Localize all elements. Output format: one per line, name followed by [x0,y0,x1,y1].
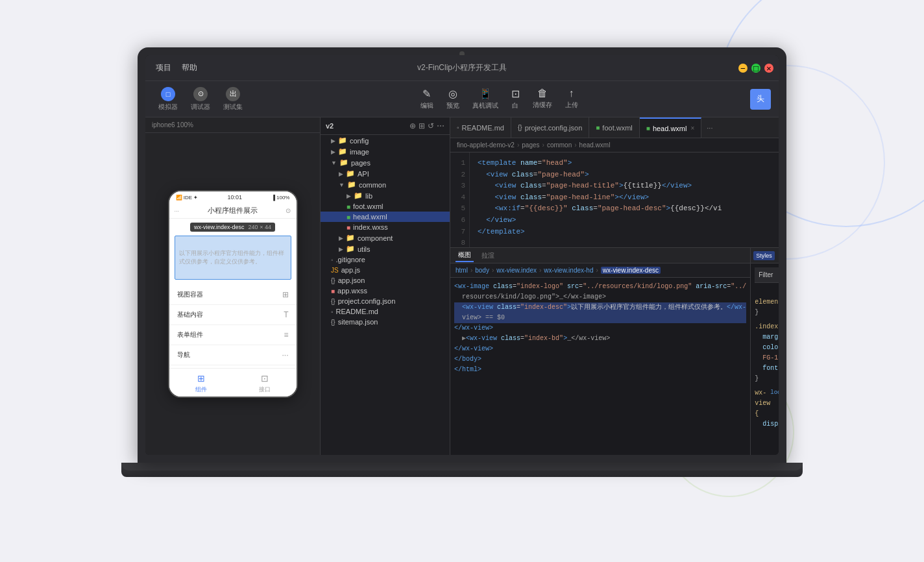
nav-item-label: 视图容器 [177,290,203,299]
tree-app-wxss[interactable]: ■ app.wxss [321,286,450,296]
css-prop-line: font-size: 14px; [762,363,779,374]
edit-action[interactable]: ✎ 编辑 [420,88,433,110]
debugger-button[interactable]: ⊙ 调试器 [186,84,215,114]
tree-item-name: component [358,234,393,242]
tree-item-name: image [350,148,369,156]
css-selector: element.style { [755,297,779,308]
css-filter-input[interactable] [755,267,779,283]
nav-item-nav[interactable]: 导航 ··· [169,345,297,365]
dom-tab-overview[interactable]: 概图 [456,249,474,262]
nav-item-form[interactable]: 表单组件 ≡ [169,325,297,345]
tab-head-wxml[interactable]: ■ head.wxml × [640,117,701,138]
styles-tab[interactable]: Styles [753,251,775,260]
dom-line: <wx-image class="index-logo" src="../res… [454,282,746,292]
tree-pages[interactable]: ▼ 📁 pages [321,157,450,168]
tree-image[interactable]: ▶ 📁 image [321,146,450,157]
debugger-label: 调试器 [191,103,210,112]
preview-action[interactable]: ◎ 预览 [446,88,459,110]
dom-bc-body[interactable]: body [475,267,489,274]
css-source-link[interactable]: localfile:/.index.css:2 [770,388,779,419]
testset-button[interactable]: 出 测试集 [218,84,248,114]
mode-buttons: □ 模拟器 ⊙ 调试器 出 测试集 [153,84,248,114]
maximize-button[interactable]: □ [751,64,760,73]
debugger-icon: ⊙ [193,87,208,101]
tree-app-json[interactable]: {} app.json [321,275,450,286]
nav-item-view-container[interactable]: 视图容器 ⊞ [169,285,297,305]
event-listeners-tab[interactable]: Event Listeners [777,251,779,260]
dom-bc-html[interactable]: html [456,267,468,274]
main-content: iphone6 100% 📶 IDE ✦ 10:01 ▐ 100% [145,117,779,455]
tree-head-wxml[interactable]: ■ head.wxml [321,212,450,222]
file-tree-panel: v2 ⊕ ⊞ ↺ ⋯ ▶ 📁 config [321,117,450,455]
edit-label: 编辑 [420,101,433,110]
tab-close-icon[interactable]: × [690,125,694,132]
toolbar: □ 模拟器 ⊙ 调试器 出 测试集 [145,81,779,117]
more-icon[interactable]: ⋯ [437,121,444,130]
tree-app-js[interactable]: JS app.js [321,265,450,275]
dom-line: </wx-view> [454,323,746,334]
nav-item-label: 基础内容 [177,310,203,319]
tree-api[interactable]: ▶ 📁 API [321,168,450,179]
menu-item-help[interactable]: 帮助 [182,62,197,73]
dom-line: </wx-view> [454,344,746,354]
chevron-right-icon: ▶ [331,138,335,144]
tree-utils[interactable]: ▶ 📁 utils [321,243,450,254]
chevron-down-icon: ▼ [331,160,337,166]
foot-tab-icon: ■ [596,124,600,131]
code-editor[interactable]: 1 2 3 4 5 6 7 8 <template name="head"> [450,153,779,247]
device-debug-action[interactable]: 📱 真机调试 [472,88,498,110]
tree-foot-wxml[interactable]: ■ foot.wxml [321,201,450,212]
minimize-button[interactable]: − [738,64,748,73]
tree-common[interactable]: ▼ 📁 common [321,179,450,190]
dom-bc-wxview-hd[interactable]: wx-view.index-hd [544,267,593,274]
new-folder-icon[interactable]: ⊞ [419,121,425,130]
tree-sitemap[interactable]: {} sitemap.json [321,317,450,327]
selected-element[interactable]: 以下用展示小程序官方组件能力，组件样式仅供参考，自定义仅供参考。 [175,236,291,279]
menu-item-project[interactable]: 项目 [156,62,171,73]
refresh-icon[interactable]: ↺ [428,121,434,130]
bottom-panel: 概图 拉渲 html › body › wx-view.index › [450,247,779,455]
upload-action[interactable]: ↑ 上传 [565,88,578,110]
dom-line: </html> [454,365,746,375]
css-closing2: } [755,374,779,384]
tree-readme[interactable]: ◦ README.md [321,306,450,317]
tree-lib[interactable]: ▶ 📁 lib [321,190,450,201]
tab-project-config[interactable]: {} project.config.json [511,117,589,138]
phone-title-dots[interactable]: ··· [175,208,180,214]
code-line-5: <wx:if="{{desc}}" class="page-head-desc"… [478,203,771,215]
phone-title-icon[interactable]: ⊙ [286,207,291,214]
breadcrumb-sep: › [574,141,576,149]
user-avatar[interactable]: 头 [750,89,771,110]
tree-item-name: utils [358,245,371,253]
tree-component[interactable]: ▶ 📁 component [321,232,450,243]
tree-project-config[interactable]: {} project.config.json [321,296,450,306]
phone-app-title: 小程序组件展示 [208,206,258,215]
tab-foot-wxml[interactable]: ■ foot.wxml [589,117,640,138]
tree-gitignore[interactable]: ◦ .gitignore [321,254,450,265]
dom-bc-wxview-desc[interactable]: wx-view.index-desc [601,267,661,274]
tree-index-wxss[interactable]: ■ index.wxss [321,222,450,232]
dom-bc-sep: › [492,267,494,274]
phone-device-label: iphone6 100% [145,117,320,133]
more-tabs-button[interactable]: ··· [701,124,718,132]
phone-tab-components[interactable]: ⊞ 组件 [195,373,207,394]
simulator-label: 模拟器 [158,103,178,112]
css-selector2: .index-desc { [755,322,779,332]
breadcrumb-part: fino-applet-demo-v2 [457,141,515,149]
close-button[interactable]: × [764,64,773,73]
wxss-icon2: ■ [331,287,335,295]
new-file-icon[interactable]: ⊕ [409,121,416,130]
phone-tab-api[interactable]: ⊡ 接口 [259,373,271,394]
tab-readme[interactable]: ◦ README.md [450,117,511,138]
tree-config[interactable]: ▶ 📁 config [321,135,450,146]
cut-action[interactable]: ⊡ 白 [511,88,520,110]
preview-icon: ◎ [448,88,457,100]
clear-cache-action[interactable]: 🗑 清缓存 [533,88,552,110]
phone-status-bar: 📶 IDE ✦ 10:01 ▐ 100% [169,191,297,203]
dom-tab-render[interactable]: 拉渲 [479,250,497,262]
simulator-button[interactable]: □ 模拟器 [153,84,183,114]
nav-item-basic[interactable]: 基础内容 T [169,305,297,325]
dom-bc-wxview-index[interactable]: wx-view.index [496,267,537,274]
phone-bottom-tabs: ⊞ 组件 ⊡ 接口 [169,368,297,397]
testset-label: 测试集 [223,103,243,112]
